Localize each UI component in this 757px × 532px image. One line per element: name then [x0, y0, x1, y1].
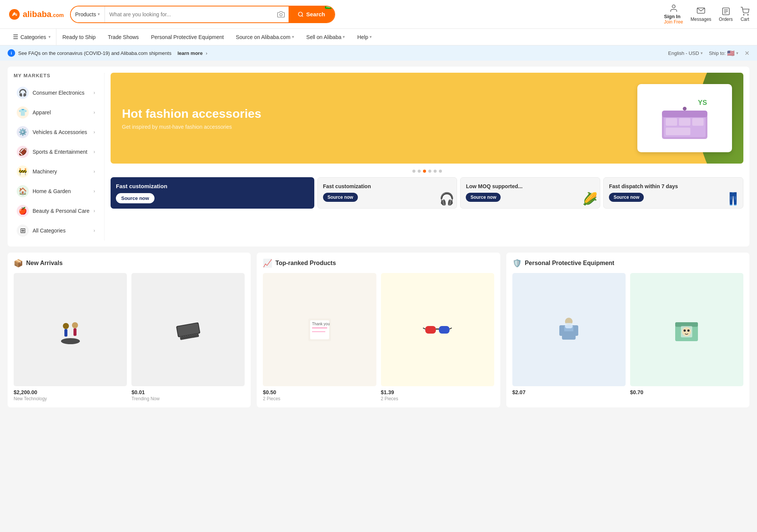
search-bar: Products ▾ NEW Search	[70, 6, 335, 23]
flag-icon: 🇺🇸	[727, 50, 735, 57]
svg-point-23	[72, 322, 78, 328]
new-arrivals-header: 📦 New Arrivals	[14, 259, 245, 268]
categories-arrow: ▾	[48, 34, 51, 39]
nav-ppe[interactable]: Personal Protective Equipment	[145, 29, 230, 45]
source-now-button-1[interactable]: Source now	[323, 193, 358, 202]
svg-text:YS: YS	[698, 99, 707, 106]
dot-6[interactable]	[439, 170, 442, 173]
sidebar-item-all-categories[interactable]: ⊞ All Categories ›	[14, 221, 98, 240]
messages-button[interactable]: Messages	[691, 7, 712, 22]
dropdown-arrow: ▾	[98, 12, 100, 17]
promo-fast-dispatch[interactable]: Fast dispatch within 7 days Source now 👖	[603, 177, 743, 209]
help-arrow: ▾	[370, 34, 372, 39]
bottom-sections: 📦 New Arrivals $2,200.	[8, 253, 749, 407]
sunglasses-svg	[422, 315, 453, 345]
svg-line-36	[423, 328, 425, 329]
logo[interactable]: alibaba.com	[8, 8, 64, 21]
svg-point-18	[683, 107, 687, 111]
svg-point-3	[672, 5, 675, 8]
close-icon[interactable]: ✕	[745, 50, 749, 57]
sidebar-title: MY MARKETS	[14, 73, 98, 78]
svg-rect-43	[565, 323, 573, 328]
sign-in-join[interactable]: Sign In Join Free	[664, 4, 683, 25]
promo-cards: Fast customization Source now Fast custo…	[111, 177, 743, 209]
promo-fast-customization-main[interactable]: Fast customization Source now	[111, 177, 314, 209]
search-input[interactable]	[105, 6, 274, 22]
sidebar-item-vehicles[interactable]: ⚙️ Vehicles & Accessories ›	[14, 122, 98, 142]
svg-rect-41	[559, 325, 564, 336]
svg-rect-33	[425, 326, 436, 334]
product-item[interactable]: $2,200.00 New Technology	[14, 273, 127, 401]
home-garden-icon: 🏠	[17, 185, 29, 197]
covid-right: English - USD ▾ Ship to: 🇺🇸 ▾ ✕	[668, 50, 749, 57]
svg-text:Thank you: Thank you	[312, 322, 330, 326]
dot-3[interactable]	[423, 170, 426, 173]
camera-icon[interactable]	[273, 11, 289, 18]
nav-sell-alibaba[interactable]: Sell on Alibaba ▾	[300, 29, 351, 45]
sidebar-item-sports[interactable]: 🏈 Sports & Entertainment ›	[14, 142, 98, 162]
new-arrivals-section: 📦 New Arrivals $2,200.	[8, 253, 251, 407]
svg-point-47	[682, 327, 691, 336]
nav-source-alibaba[interactable]: Source on Alibaba.com ▾	[230, 29, 300, 45]
search-icon	[298, 11, 304, 17]
dot-5[interactable]	[434, 170, 437, 173]
svg-point-1	[298, 12, 303, 16]
headphones-icon: 🎧	[439, 192, 454, 206]
svg-rect-34	[439, 326, 450, 334]
sidebar-item-beauty[interactable]: 🍎 Beauty & Personal Care ›	[14, 201, 98, 221]
search-dropdown[interactable]: Products ▾	[71, 6, 105, 22]
source-now-button-2[interactable]: Source now	[466, 193, 501, 202]
new-arrivals-icon: 📦	[14, 259, 23, 268]
top-ranked-header: 📈 Top-ranked Products	[263, 259, 494, 268]
hero-banner[interactable]: Hot fashion accessories Get inspired by …	[111, 73, 743, 164]
product-thumbnail	[512, 273, 626, 386]
sidebar: MY MARKETS 🎧 Consumer Electronics › 👕 Ap…	[14, 73, 105, 240]
product-image-svg: Thank you	[304, 315, 335, 345]
nav-ready-to-ship[interactable]: Ready to Ship	[56, 29, 102, 45]
product-thumbnail	[131, 273, 245, 386]
product-image-svg	[55, 315, 86, 345]
product-item[interactable]: $1.39 2 Pieces	[381, 273, 494, 401]
promo-fast-customization[interactable]: Fast customization Source now 🎧	[317, 177, 457, 209]
ppe-icon: 🛡️	[512, 259, 522, 268]
ship-to-selector[interactable]: Ship to: 🇺🇸 ▾	[709, 50, 738, 57]
pants-icon: 👖	[726, 192, 741, 206]
sidebar-item-apparel[interactable]: 👕 Apparel ›	[14, 103, 98, 122]
banner-area: Hot fashion accessories Get inspired by …	[105, 73, 743, 240]
source-arrow: ▾	[292, 34, 294, 39]
header: alibaba.com Products ▾ NEW Search	[0, 0, 757, 29]
product-thumbnail: Thank you	[263, 273, 376, 386]
svg-point-10	[748, 14, 748, 15]
categories-menu[interactable]: ☰ Categories ▾	[8, 29, 56, 45]
doctor-svg	[554, 315, 584, 345]
svg-rect-16	[692, 118, 704, 126]
sidebar-arrow: ›	[94, 169, 95, 174]
product-item[interactable]: $0.01 Trending Now	[131, 273, 245, 401]
logo-icon	[8, 8, 21, 21]
language-selector[interactable]: English - USD ▾	[668, 50, 703, 56]
main-card: MY MARKETS 🎧 Consumer Electronics › 👕 Ap…	[8, 67, 749, 246]
dot-2[interactable]	[418, 170, 421, 173]
source-now-button-3[interactable]: Source now	[609, 193, 644, 202]
dot-4[interactable]	[428, 170, 431, 173]
product-item[interactable]: $0.70	[630, 273, 743, 396]
learn-more-link[interactable]: learn more	[178, 50, 203, 56]
sidebar-item-home-garden[interactable]: 🏠 Home & Garden ›	[14, 181, 98, 201]
cart-icon	[740, 7, 749, 16]
nav-trade-shows[interactable]: Trade Shows	[102, 29, 145, 45]
promo-low-moq[interactable]: Low MOQ supported... Source now 🌽	[460, 177, 600, 209]
nav-help[interactable]: Help ▾	[351, 29, 378, 45]
banner-product-image: YS	[637, 84, 732, 152]
svg-point-49	[687, 329, 690, 332]
source-now-button-main[interactable]: Source now	[116, 193, 155, 203]
sidebar-item-machinery[interactable]: 🚧 Machinery ›	[14, 162, 98, 181]
dot-1[interactable]	[412, 170, 415, 173]
product-item[interactable]: $2.07	[512, 273, 626, 396]
sidebar-item-consumer-electronics[interactable]: 🎧 Consumer Electronics ›	[14, 83, 98, 103]
svg-rect-13	[662, 111, 707, 117]
search-button[interactable]: Search	[289, 6, 334, 22]
sidebar-arrow: ›	[94, 228, 95, 233]
cart-button[interactable]: Cart	[740, 7, 749, 22]
product-item[interactable]: Thank you $0.50 2 Pieces	[263, 273, 376, 401]
orders-button[interactable]: Orders	[719, 7, 733, 22]
